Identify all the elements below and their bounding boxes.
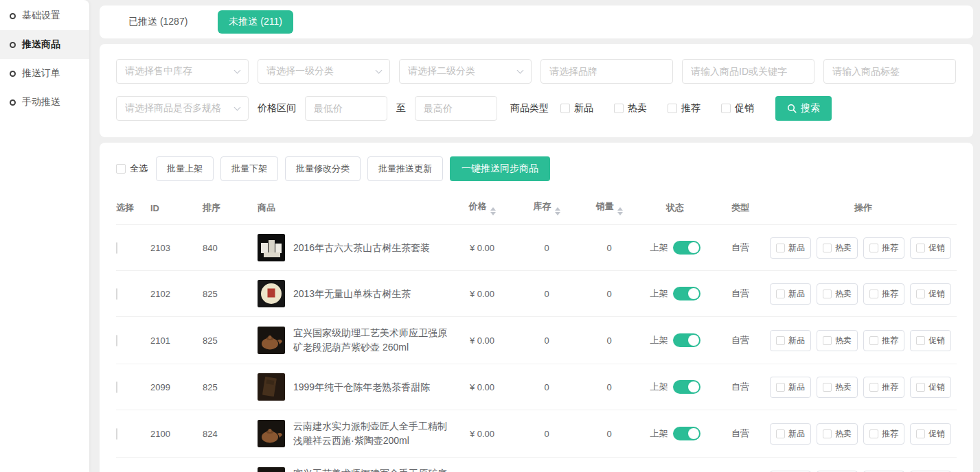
checkbox-icon [776, 429, 785, 438]
status-toggle[interactable] [673, 287, 700, 300]
op-checkbox-3[interactable]: 促销 [910, 377, 951, 398]
checkbox-icon [916, 244, 925, 252]
price-cell: ¥ 0.00 [450, 317, 514, 364]
type-cell: 自营 [711, 364, 770, 410]
op-checkbox-3[interactable]: 促销 [910, 237, 951, 259]
op-checkbox-2[interactable]: 推荐 [863, 283, 904, 305]
batch-button-2[interactable]: 批量修改分类 [285, 156, 361, 181]
checkbox-icon [916, 290, 925, 298]
op-checkbox-1[interactable]: 热卖 [817, 330, 858, 351]
search-button[interactable]: 搜索 [775, 96, 832, 121]
type-checkbox-3[interactable]: 促销 [721, 102, 754, 115]
op-checkbox-2[interactable]: 推荐 [863, 377, 904, 398]
checkbox-icon [823, 429, 832, 438]
op-checkbox-label: 新品 [788, 335, 805, 346]
push-sync-all-button[interactable]: 一键推送同步商品 [450, 156, 550, 181]
batch-button-1[interactable]: 批量下架 [220, 156, 278, 181]
row-checkbox[interactable] [116, 288, 117, 300]
circle-icon [10, 99, 16, 106]
filter-stock-select[interactable]: 请选择售中库存 [116, 59, 249, 84]
toggle-knob [688, 288, 699, 299]
sales-cell: 0 [579, 317, 639, 364]
op-checkbox-1[interactable]: 热卖 [817, 237, 858, 259]
checkbox-icon [869, 244, 878, 252]
filter-tag-input[interactable] [823, 59, 956, 84]
op-checkbox-label: 新品 [788, 428, 805, 440]
product-image-teapot [258, 467, 285, 472]
op-checkbox-2[interactable]: 推荐 [863, 237, 904, 259]
row-checkbox[interactable] [116, 335, 117, 346]
checkbox-icon [869, 336, 878, 345]
batch-button-3[interactable]: 批量推送更新 [367, 156, 443, 181]
op-checkbox-3[interactable]: 促销 [910, 423, 951, 445]
op-checkbox-0[interactable]: 新品 [770, 377, 811, 398]
sidebar-item-manual-push[interactable]: 手动推送 [0, 88, 89, 117]
product-row: 21028252013年无量山单株古树生茶¥ 0.0000上架自营新品热卖推荐促… [116, 271, 957, 317]
status-toggle[interactable] [673, 333, 700, 347]
select-placeholder: 请选择二级分类 [408, 65, 475, 78]
batch-button-0[interactable]: 批量上架 [156, 156, 214, 181]
sidebar-item-basic-settings[interactable]: 基础设置 [0, 1, 89, 30]
op-checkbox-2[interactable]: 推荐 [863, 423, 904, 445]
col-header-label: 类型 [731, 202, 749, 213]
type-checkbox-0[interactable]: 新品 [560, 102, 593, 115]
sales-cell: 0 [579, 271, 639, 317]
filter-keyword-input[interactable] [682, 59, 814, 84]
sidebar-item-push-products[interactable]: 推送商品 [0, 30, 89, 59]
op-checkbox-label: 热卖 [835, 428, 852, 440]
col-header-status: 状态 [639, 189, 711, 225]
filter-category1-select[interactable]: 请选择一级分类 [258, 59, 390, 84]
checkbox-icon [823, 244, 832, 252]
op-checkbox-1[interactable]: 热卖 [817, 423, 858, 445]
op-checkbox-0[interactable]: 新品 [770, 237, 811, 259]
min-price-input[interactable] [305, 96, 387, 121]
op-checkbox-1[interactable]: 热卖 [817, 377, 858, 398]
max-price-input[interactable] [415, 96, 497, 121]
op-checkbox-0[interactable]: 新品 [770, 283, 811, 305]
tab-unpushed[interactable]: 未推送 (211) [218, 10, 293, 34]
filter-select-multispec[interactable]: 请选择商品是否多规格 [116, 96, 249, 121]
status-toggle[interactable] [673, 380, 700, 394]
sales-cell: 0 [579, 225, 639, 271]
op-checkbox-0[interactable]: 新品 [770, 423, 811, 445]
row-checkbox[interactable] [116, 428, 117, 440]
status-toggle[interactable] [673, 241, 700, 255]
op-checkbox-label: 促销 [928, 428, 945, 440]
stock-cell: 0 [514, 317, 579, 364]
op-checkbox-0[interactable]: 新品 [770, 330, 811, 351]
price-cell: ¥ 0.00 [450, 410, 514, 458]
product-name: 宜兴工艺美术师恽建军全手工原矿底槽清 [293, 467, 450, 472]
col-header-type: 类型 [711, 189, 770, 225]
col-header-label: 操作 [854, 202, 872, 213]
status-toggle[interactable] [673, 427, 700, 440]
op-checkbox-3[interactable]: 促销 [910, 283, 951, 305]
op-checkbox-2[interactable]: 推荐 [863, 330, 904, 351]
op-checkbox-3[interactable]: 促销 [910, 330, 951, 351]
col-header-stock[interactable]: 库存 [514, 189, 579, 225]
type-checkbox-label: 推荐 [681, 102, 700, 115]
op-checkbox-1[interactable]: 热卖 [817, 283, 858, 305]
sidebar-item-push-orders[interactable]: 推送订单 [0, 59, 89, 88]
type-checkbox-2[interactable]: 推荐 [668, 102, 700, 115]
product-name: 1999年纯干仓陈年老熟茶香甜陈 [293, 380, 430, 394]
tab-pushed[interactable]: 已推送 (1287) [117, 10, 198, 34]
col-header-sales[interactable]: 销量 [579, 189, 639, 225]
checkbox-icon [776, 290, 785, 298]
toggle-knob [688, 335, 699, 346]
row-checkbox[interactable] [116, 242, 117, 254]
select-all-checkbox[interactable]: 全选 [116, 163, 148, 175]
col-header-label: 排序 [203, 202, 220, 213]
sort-arrows-icon [490, 207, 496, 215]
type-checkbox-1[interactable]: 热卖 [614, 102, 647, 115]
product-id-cell: 2101 [150, 317, 203, 364]
row-checkbox[interactable] [116, 381, 117, 393]
filter-brand-input[interactable] [540, 59, 673, 84]
checkbox-icon [869, 429, 878, 438]
checkbox-icon [776, 244, 785, 252]
product-table-card: 全选 批量上架批量下架批量修改分类批量推送更新 一键推送同步商品 选择ID排序商… [100, 143, 973, 472]
checkbox-icon [916, 336, 925, 345]
checkbox-icon [776, 383, 785, 392]
col-header-price[interactable]: 价格 [450, 189, 514, 225]
sidebar-item-label: 推送订单 [22, 67, 60, 80]
filter-category2-select[interactable]: 请选择二级分类 [399, 59, 532, 84]
